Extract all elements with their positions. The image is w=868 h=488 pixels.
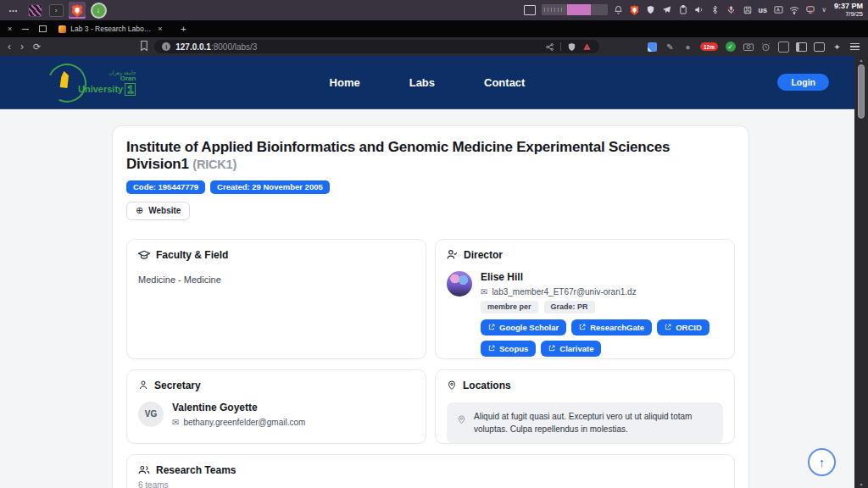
nav-home[interactable]: Home — [330, 76, 360, 89]
reload-button[interactable]: ⟳ — [33, 42, 41, 53]
taskbar-apps: ••• › ↓ — [5, 2, 107, 19]
disk-icon[interactable] — [743, 5, 753, 15]
google-scholar-button[interactable]: Google Scholar — [481, 319, 566, 336]
scrollbar-up-arrow[interactable]: ▴ — [854, 57, 868, 63]
website-button[interactable]: ⊕ Website — [126, 202, 190, 220]
terminal-icon[interactable]: › — [47, 2, 64, 19]
director-profile-links: Google Scholar ResearchGate ORCID Scopus… — [481, 319, 723, 357]
secretary-email[interactable]: bethany.greenfelder@gmail.com — [183, 418, 305, 427]
extension-timer-badge[interactable]: 12m — [700, 42, 718, 51]
network-disconnected-icon[interactable] — [805, 5, 815, 15]
tab-title: Lab 3 - Research Laboratorie — [70, 25, 152, 33]
researchgate-button[interactable]: ResearchGate — [571, 319, 652, 336]
globe-icon: ⊕ — [136, 205, 143, 216]
os-taskbar: ••• › ↓ us ∨ 9:37 PM — [0, 0, 868, 20]
location-item: Aliquid at fugit quasi aut. Excepturi ve… — [447, 402, 723, 444]
mic-muted-icon[interactable] — [726, 5, 737, 15]
faculty-card-title: Faculty & Field — [156, 249, 228, 261]
window-close-button[interactable]: × — [8, 25, 12, 33]
login-button[interactable]: Login — [777, 74, 829, 91]
scroll-to-top-button[interactable]: ↑ — [808, 448, 836, 476]
software-updater-icon[interactable]: ↓ — [90, 2, 107, 19]
teams-card-title: Research Teams — [156, 464, 236, 476]
telegram-icon[interactable] — [662, 5, 672, 15]
brave-rewards-icon[interactable] — [582, 42, 592, 52]
director-grade-tag: Grade: PR — [544, 301, 595, 313]
site-info-icon[interactable]: i — [162, 42, 170, 51]
sidebar-toggle-icon[interactable] — [796, 42, 807, 53]
brave-shields-icon[interactable] — [567, 42, 576, 52]
secretary-card: Secretary VG Valentine Goyette ✉bethany.… — [126, 369, 426, 444]
url-bar[interactable]: i 127.0.0.1:8000/labs/3 — [154, 40, 599, 53]
extension-check-icon[interactable]: ✓ — [725, 42, 736, 53]
extension-alarm-icon[interactable] — [760, 42, 771, 53]
window-switcher-icon[interactable] — [524, 5, 536, 15]
extension-camera-icon[interactable] — [743, 42, 754, 53]
tray-expand-chevron-icon[interactable]: ∨ — [821, 6, 826, 14]
secretary-avatar: VG — [138, 402, 164, 427]
university-logo[interactable]: جامعة وهران Oran University1 — [47, 64, 136, 103]
brave-lion-icon — [71, 4, 83, 17]
external-link-icon — [579, 324, 586, 330]
scrollbar-thumb[interactable] — [858, 64, 865, 119]
external-link-icon — [665, 324, 671, 330]
shield-icon[interactable] — [646, 5, 656, 15]
notifications-bell-icon[interactable] — [614, 5, 624, 15]
scopus-button[interactable]: Scopus — [481, 341, 536, 357]
system-tray: us ∨ 9:37 PM 7/9/25 — [524, 3, 863, 18]
bluetooth-icon[interactable] — [710, 5, 721, 15]
leo-ai-sparkle-icon[interactable]: ✦ — [832, 42, 843, 53]
extension-circle-icon[interactable]: ● — [682, 42, 693, 53]
wifi-icon[interactable] — [789, 5, 799, 15]
info-cards-grid: Faculty & Field Medicine - Medicine Dire… — [126, 239, 735, 488]
bookmark-icon[interactable] — [140, 39, 148, 54]
clipboard-icon[interactable] — [678, 5, 688, 15]
extension-pencil-icon[interactable]: ✎ — [665, 42, 676, 53]
map-pin-icon — [457, 414, 466, 424]
locations-card-title: Locations — [463, 380, 511, 391]
extension-box-icon[interactable] — [778, 42, 789, 53]
locations-card: Locations Aliquid at fugit quasi aut. Ex… — [435, 369, 735, 444]
scrollbar-down-arrow[interactable]: ▾ — [854, 481, 868, 487]
director-role-tag: membre per — [481, 301, 538, 313]
browser-tab[interactable]: Lab 3 - Research Laboratorie × — [58, 25, 170, 33]
volume-slider-widget[interactable] — [542, 4, 608, 15]
orcid-button[interactable]: ORCID — [657, 319, 709, 336]
web-page: جامعة وهران Oran University1 Home Labs C… — [0, 56, 854, 488]
input-method-icon[interactable] — [773, 5, 783, 15]
taskbar-clock[interactable]: 9:37 PM 7/9/25 — [834, 3, 863, 18]
app-launcher-icon[interactable]: ••• — [5, 2, 22, 19]
tab-close-icon[interactable]: × — [158, 25, 162, 33]
wallet-icon[interactable] — [814, 42, 825, 53]
person-check-icon — [447, 249, 458, 260]
person-icon — [138, 380, 148, 391]
volume-icon[interactable] — [694, 5, 704, 15]
tray-brave-icon[interactable] — [630, 5, 640, 15]
director-avatar — [447, 271, 472, 297]
teams-count: 6 teams — [138, 480, 723, 488]
created-badge: Created: 29 November 2005 — [210, 180, 330, 194]
external-link-icon — [488, 345, 495, 352]
window-minimize-button[interactable] — [22, 29, 29, 30]
nav-contact[interactable]: Contact — [484, 76, 525, 89]
site-nav: Home Labs Contact — [330, 56, 526, 108]
browser-tab-bar: × Lab 3 - Research Laboratorie × + — [0, 20, 868, 37]
director-email[interactable]: lab3_member4_ET67r@univ-oran1.dz — [492, 287, 636, 297]
urlbar-divider — [560, 42, 561, 51]
share-icon[interactable] — [545, 42, 554, 52]
brave-browser-icon[interactable] — [69, 2, 86, 19]
new-tab-button[interactable]: + — [181, 24, 186, 34]
extension-pages-icon[interactable] — [647, 42, 658, 53]
keyboard-layout-indicator[interactable]: us — [759, 6, 768, 14]
back-button[interactable]: ‹ — [8, 41, 11, 53]
external-link-icon — [548, 345, 555, 352]
page-scrollbar[interactable]: ▴ ▾ — [854, 56, 868, 488]
window-maximize-button[interactable] — [39, 25, 47, 32]
clarivate-button[interactable]: Clarivate — [541, 341, 601, 357]
clock-date: 7/9/25 — [845, 11, 863, 18]
logo-numeral: 1 — [125, 83, 136, 96]
nav-labs[interactable]: Labs — [409, 76, 435, 89]
browser-menu-icon[interactable] — [849, 42, 860, 53]
file-manager-icon[interactable] — [26, 2, 43, 19]
forward-button[interactable]: › — [20, 41, 24, 53]
